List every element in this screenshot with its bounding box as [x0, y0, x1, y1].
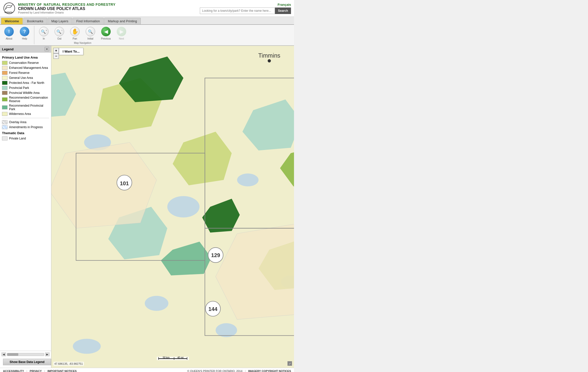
svg-text:101: 101	[120, 180, 129, 187]
forest-reserve-swatch	[2, 71, 8, 75]
rec-provincial-label: Recommended Provincial Park	[9, 104, 49, 111]
logo-area: Ontario MINISTRY OF NATURAL RESOURCES AN…	[3, 2, 115, 15]
forest-reserve-label: Forest Reserve	[9, 71, 30, 75]
next-label: Next	[119, 37, 124, 40]
legend-primary-title: Primary Land Use Area	[2, 56, 49, 59]
provincial-park-swatch	[2, 86, 8, 90]
scale-40mi: 40 mi	[177, 356, 183, 359]
svg-point-6	[237, 173, 259, 186]
footer-sep-3: |	[245, 369, 246, 372]
private-land-swatch	[2, 136, 8, 140]
svg-point-58	[268, 59, 271, 63]
app-title: CROWN LAND USE POLICY ATLAS	[18, 7, 115, 11]
map-expand-button[interactable]: ⤢	[287, 361, 292, 366]
important-notices-link[interactable]: IMPORTANT NOTICES	[48, 369, 77, 372]
map-area[interactable]: I Want To... + −	[51, 46, 294, 368]
legend-item-rec-conservation: Recommended Conservation Reserve	[2, 96, 49, 103]
svg-point-14	[216, 323, 237, 337]
legend-item-enhanced: Enhanced Management Area	[2, 66, 49, 70]
copyright-text: © QUEEN'S PRINTER FOR ONTARIO, 2014	[187, 369, 242, 372]
title-area: MINISTRY OF NATURAL RESOURCES AND FOREST…	[18, 3, 115, 14]
accessibility-link[interactable]: ACCESSIBILITY	[3, 369, 24, 372]
scale-50km: 50 km	[163, 356, 170, 359]
enhanced-label: Enhanced Management Area	[9, 66, 48, 70]
about-label: About	[6, 37, 12, 40]
map-nav-buttons: 🔍+ In 🔍− Out ✋ Pan 🔍 Initial	[36, 26, 129, 41]
tab-bar: Welcome Bookmarks Map Layers Find Inform…	[0, 17, 294, 25]
legend-item-protected-far-north: Protected Area - Far North	[2, 81, 49, 85]
legend-bottom: ◀ ▶	[0, 351, 51, 358]
svg-text:144: 144	[208, 306, 217, 312]
initial-button[interactable]: 🔍 Initial	[83, 26, 98, 41]
legend-item-rec-provincial: Recommended Provincial Park	[2, 104, 49, 111]
initial-label: Initial	[87, 37, 93, 40]
tab-map-layers[interactable]: Map Layers	[48, 18, 72, 24]
map-svg: 101 129 144 101 11 65 11 66 112 Timmins …	[51, 46, 294, 368]
previous-icon: ◀	[101, 27, 111, 36]
svg-point-9	[145, 296, 168, 311]
map-zoom-out-button[interactable]: −	[53, 53, 59, 59]
about-icon: !	[4, 27, 14, 36]
header-right: Français Search	[200, 3, 291, 14]
svg-text:129: 129	[211, 252, 220, 258]
legend-scroll-area[interactable]: Primary Land Use Area Conservation Reser…	[0, 53, 51, 351]
ministry-text: MINISTRY OF NATURAL RESOURCES AND FOREST…	[18, 3, 115, 7]
initial-icon: 🔍	[86, 27, 95, 36]
footer-sep-2: |	[44, 369, 45, 372]
privacy-link[interactable]: PRIVACY	[30, 369, 42, 372]
legend-item-general-use: General Use Area	[2, 76, 49, 80]
previous-button[interactable]: ◀ Previous	[98, 26, 113, 41]
footer: ACCESSIBILITY | PRIVACY | IMPORTANT NOTI…	[0, 368, 294, 372]
legend-show-base-wrapper: Show Base Data Legend	[0, 358, 51, 368]
legend-horizontal-scrollbar[interactable]	[7, 353, 44, 356]
pan-icon: ✋	[70, 27, 80, 36]
legend-item-provincial-wildlife: Provincial Wildlife Area	[2, 91, 49, 95]
svg-point-5	[167, 196, 200, 218]
map-navigation-label: Map Navigation	[74, 41, 91, 44]
provincial-park-label: Provincial Park	[9, 86, 29, 90]
zoom-in-button[interactable]: 🔍+ In	[36, 26, 51, 41]
legend-scroll-left-button[interactable]: ◀	[2, 352, 6, 356]
search-input[interactable]	[200, 8, 275, 14]
amendments-label: Amendments in Progress	[9, 125, 43, 129]
imagery-link[interactable]: IMAGERY COPYRIGHT NOTICES	[248, 369, 291, 372]
rec-conservation-swatch	[2, 97, 8, 101]
provincial-wildlife-swatch	[2, 91, 8, 95]
tab-find-information[interactable]: Find Information	[73, 18, 104, 24]
i-want-to-button[interactable]: I Want To...	[59, 48, 83, 55]
help-button[interactable]: ? Help	[17, 26, 32, 44]
legend-content: Primary Land Use Area Conservation Reser…	[0, 53, 51, 368]
legend-close-button[interactable]: ×	[45, 47, 49, 51]
legend-hscroll-thumb	[7, 353, 18, 356]
help-label: Help	[22, 37, 27, 40]
about-button[interactable]: ! About	[2, 26, 17, 44]
next-button[interactable]: ▶ Next	[114, 26, 129, 41]
map-zoom-in-button[interactable]: +	[53, 48, 59, 53]
help-icon: ?	[20, 27, 29, 36]
previous-label: Previous	[101, 37, 111, 40]
zoom-out-button[interactable]: 🔍− Out	[52, 26, 67, 41]
wilderness-swatch	[2, 112, 8, 116]
pan-button[interactable]: ✋ Pan	[67, 26, 82, 41]
map-navigation-group: 🔍+ In 🔍− Out ✋ Pan 🔍 Initial	[36, 26, 129, 44]
toolbar-separator-1	[34, 26, 34, 44]
ministry-name: NATURAL RESOURCES AND FORESTRY	[44, 3, 115, 7]
tab-markup-printing[interactable]: Markup and Printing	[104, 18, 141, 24]
pan-label: Pan	[73, 37, 77, 40]
legend-item-amendments: Amendments in Progress	[2, 125, 49, 129]
rec-conservation-label: Recommended Conservation Reserve	[9, 96, 49, 103]
footer-sep-1: |	[27, 369, 27, 372]
zoom-in-icon: 🔍+	[39, 27, 49, 36]
search-button[interactable]: Search	[275, 8, 291, 14]
francais-link[interactable]: Français	[278, 3, 291, 7]
provincial-wildlife-label: Provincial Wildlife Area	[9, 91, 40, 95]
overlay-swatch	[2, 120, 8, 124]
footer-right: © QUEEN'S PRINTER FOR ONTARIO, 2014 | IM…	[187, 369, 291, 372]
show-base-data-legend-button[interactable]: Show Base Data Legend	[3, 359, 51, 365]
legend-scroll-right-button[interactable]: ▶	[45, 352, 50, 356]
tab-welcome[interactable]: Welcome	[1, 18, 23, 24]
legend-panel: Legend × Primary Land Use Area Conservat…	[0, 46, 51, 368]
conservation-reserve-label: Conservation Reserve	[9, 61, 39, 65]
map-zoom-controls: + −	[53, 48, 59, 59]
tab-bookmarks[interactable]: Bookmarks	[23, 18, 47, 24]
